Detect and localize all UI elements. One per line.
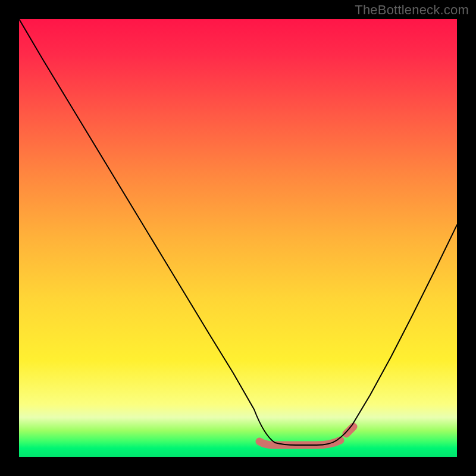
chart-frame: TheBottleneck.com — [0, 0, 476, 476]
bottleneck-curve-line — [19, 19, 457, 445]
plot-area — [19, 19, 457, 457]
attribution-text: TheBottleneck.com — [355, 2, 469, 18]
chart-svg — [19, 19, 457, 457]
